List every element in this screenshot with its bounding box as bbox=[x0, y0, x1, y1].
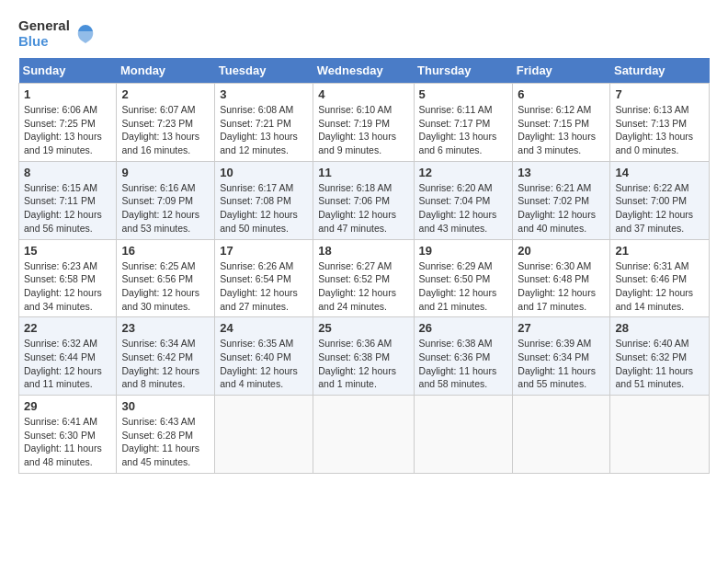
day-info: Sunrise: 6:06 AM Sunset: 7:25 PM Dayligh… bbox=[24, 103, 111, 157]
logo: General Blue bbox=[18, 18, 98, 49]
calendar-cell: 7 Sunrise: 6:13 AM Sunset: 7:13 PM Dayli… bbox=[610, 84, 710, 162]
col-header-friday: Friday bbox=[513, 58, 610, 84]
calendar-cell bbox=[215, 396, 313, 474]
calendar-week-1: 1 Sunrise: 6:06 AM Sunset: 7:25 PM Dayli… bbox=[19, 84, 710, 162]
day-number: 2 bbox=[121, 87, 210, 101]
col-header-saturday: Saturday bbox=[610, 58, 710, 84]
day-info: Sunrise: 6:38 AM Sunset: 6:36 PM Dayligh… bbox=[419, 337, 508, 391]
calendar-cell: 14 Sunrise: 6:22 AM Sunset: 7:00 PM Dayl… bbox=[610, 161, 710, 239]
calendar-cell: 18 Sunrise: 6:27 AM Sunset: 6:52 PM Dayl… bbox=[313, 239, 414, 317]
day-info: Sunrise: 6:39 AM Sunset: 6:34 PM Dayligh… bbox=[518, 337, 605, 391]
calendar-week-3: 15 Sunrise: 6:23 AM Sunset: 6:58 PM Dayl… bbox=[19, 239, 710, 317]
calendar-cell: 27 Sunrise: 6:39 AM Sunset: 6:34 PM Dayl… bbox=[513, 317, 610, 396]
day-number: 3 bbox=[220, 87, 308, 101]
day-number: 11 bbox=[318, 166, 408, 179]
calendar-cell: 6 Sunrise: 6:12 AM Sunset: 7:15 PM Dayli… bbox=[513, 84, 610, 162]
day-number: 20 bbox=[518, 244, 605, 258]
logo-general-text: General bbox=[18, 18, 70, 34]
day-info: Sunrise: 6:20 AM Sunset: 7:04 PM Dayligh… bbox=[419, 181, 508, 236]
calendar-cell: 21 Sunrise: 6:31 AM Sunset: 6:46 PM Dayl… bbox=[610, 239, 710, 317]
day-number: 27 bbox=[518, 321, 605, 335]
day-number: 22 bbox=[24, 321, 111, 335]
day-number: 14 bbox=[615, 166, 704, 179]
calendar-week-2: 8 Sunrise: 6:15 AM Sunset: 7:11 PM Dayli… bbox=[19, 161, 710, 239]
col-header-monday: Monday bbox=[117, 58, 215, 84]
day-info: Sunrise: 6:23 AM Sunset: 6:58 PM Dayligh… bbox=[24, 259, 111, 314]
calendar-cell: 3 Sunrise: 6:08 AM Sunset: 7:21 PM Dayli… bbox=[215, 84, 313, 162]
calendar-table: SundayMondayTuesdayWednesdayThursdayFrid… bbox=[18, 58, 710, 474]
day-number: 30 bbox=[121, 399, 210, 413]
calendar-cell: 5 Sunrise: 6:11 AM Sunset: 7:17 PM Dayli… bbox=[414, 84, 513, 162]
day-info: Sunrise: 6:40 AM Sunset: 6:32 PM Dayligh… bbox=[615, 337, 704, 391]
day-info: Sunrise: 6:17 AM Sunset: 7:08 PM Dayligh… bbox=[220, 181, 308, 236]
day-number: 29 bbox=[24, 399, 111, 413]
col-header-thursday: Thursday bbox=[414, 58, 513, 84]
day-info: Sunrise: 6:26 AM Sunset: 6:54 PM Dayligh… bbox=[220, 259, 308, 314]
calendar-header-row: SundayMondayTuesdayWednesdayThursdayFrid… bbox=[19, 58, 710, 84]
day-info: Sunrise: 6:30 AM Sunset: 6:48 PM Dayligh… bbox=[518, 259, 605, 314]
page-header: General Blue bbox=[18, 18, 710, 49]
day-info: Sunrise: 6:08 AM Sunset: 7:21 PM Dayligh… bbox=[220, 103, 308, 157]
day-number: 16 bbox=[121, 244, 210, 258]
calendar-cell: 15 Sunrise: 6:23 AM Sunset: 6:58 PM Dayl… bbox=[19, 239, 117, 317]
day-number: 13 bbox=[518, 166, 605, 179]
calendar-week-4: 22 Sunrise: 6:32 AM Sunset: 6:44 PM Dayl… bbox=[19, 317, 710, 396]
calendar-cell: 4 Sunrise: 6:10 AM Sunset: 7:19 PM Dayli… bbox=[313, 84, 414, 162]
logo-blue-text: Blue bbox=[18, 34, 49, 50]
day-number: 4 bbox=[318, 87, 408, 101]
day-info: Sunrise: 6:27 AM Sunset: 6:52 PM Dayligh… bbox=[318, 259, 408, 314]
day-info: Sunrise: 6:15 AM Sunset: 7:11 PM Dayligh… bbox=[24, 181, 111, 236]
day-info: Sunrise: 6:43 AM Sunset: 6:28 PM Dayligh… bbox=[121, 415, 210, 469]
day-number: 15 bbox=[24, 244, 111, 258]
day-info: Sunrise: 6:16 AM Sunset: 7:09 PM Dayligh… bbox=[121, 181, 210, 236]
calendar-cell: 23 Sunrise: 6:34 AM Sunset: 6:42 PM Dayl… bbox=[117, 317, 215, 396]
calendar-cell: 26 Sunrise: 6:38 AM Sunset: 6:36 PM Dayl… bbox=[414, 317, 513, 396]
day-number: 25 bbox=[318, 321, 408, 335]
day-info: Sunrise: 6:22 AM Sunset: 7:00 PM Dayligh… bbox=[615, 181, 704, 236]
calendar-cell bbox=[610, 396, 710, 474]
day-number: 8 bbox=[24, 166, 111, 179]
calendar-cell: 29 Sunrise: 6:41 AM Sunset: 6:30 PM Dayl… bbox=[19, 396, 117, 474]
day-number: 21 bbox=[615, 244, 704, 258]
logo-container: General Blue bbox=[18, 18, 98, 49]
day-info: Sunrise: 6:10 AM Sunset: 7:19 PM Dayligh… bbox=[318, 103, 408, 157]
day-info: Sunrise: 6:29 AM Sunset: 6:50 PM Dayligh… bbox=[419, 259, 508, 314]
calendar-cell: 25 Sunrise: 6:36 AM Sunset: 6:38 PM Dayl… bbox=[313, 317, 414, 396]
day-info: Sunrise: 6:31 AM Sunset: 6:46 PM Dayligh… bbox=[615, 259, 704, 314]
day-info: Sunrise: 6:07 AM Sunset: 7:23 PM Dayligh… bbox=[121, 103, 210, 157]
day-info: Sunrise: 6:18 AM Sunset: 7:06 PM Dayligh… bbox=[318, 181, 408, 236]
day-number: 5 bbox=[419, 87, 508, 101]
day-number: 24 bbox=[220, 321, 308, 335]
day-number: 26 bbox=[419, 321, 508, 335]
day-number: 12 bbox=[419, 166, 508, 179]
day-number: 10 bbox=[220, 166, 308, 179]
calendar-cell: 12 Sunrise: 6:20 AM Sunset: 7:04 PM Dayl… bbox=[414, 161, 513, 239]
calendar-cell: 19 Sunrise: 6:29 AM Sunset: 6:50 PM Dayl… bbox=[414, 239, 513, 317]
calendar-cell bbox=[414, 396, 513, 474]
day-info: Sunrise: 6:21 AM Sunset: 7:02 PM Dayligh… bbox=[518, 181, 605, 236]
calendar-cell bbox=[513, 396, 610, 474]
day-info: Sunrise: 6:32 AM Sunset: 6:44 PM Dayligh… bbox=[24, 337, 111, 391]
calendar-cell: 30 Sunrise: 6:43 AM Sunset: 6:28 PM Dayl… bbox=[117, 396, 215, 474]
calendar-cell: 13 Sunrise: 6:21 AM Sunset: 7:02 PM Dayl… bbox=[513, 161, 610, 239]
col-header-wednesday: Wednesday bbox=[313, 58, 414, 84]
day-number: 7 bbox=[615, 87, 704, 101]
day-info: Sunrise: 6:25 AM Sunset: 6:56 PM Dayligh… bbox=[121, 259, 210, 314]
day-number: 23 bbox=[121, 321, 210, 335]
calendar-cell: 1 Sunrise: 6:06 AM Sunset: 7:25 PM Dayli… bbox=[19, 84, 117, 162]
day-info: Sunrise: 6:35 AM Sunset: 6:40 PM Dayligh… bbox=[220, 337, 308, 391]
col-header-sunday: Sunday bbox=[19, 58, 117, 84]
day-info: Sunrise: 6:12 AM Sunset: 7:15 PM Dayligh… bbox=[518, 103, 605, 157]
calendar-week-5: 29 Sunrise: 6:41 AM Sunset: 6:30 PM Dayl… bbox=[19, 396, 710, 474]
calendar-cell: 10 Sunrise: 6:17 AM Sunset: 7:08 PM Dayl… bbox=[215, 161, 313, 239]
day-number: 28 bbox=[615, 321, 704, 335]
calendar-cell: 11 Sunrise: 6:18 AM Sunset: 7:06 PM Dayl… bbox=[313, 161, 414, 239]
day-info: Sunrise: 6:11 AM Sunset: 7:17 PM Dayligh… bbox=[419, 103, 508, 157]
calendar-cell: 17 Sunrise: 6:26 AM Sunset: 6:54 PM Dayl… bbox=[215, 239, 313, 317]
day-info: Sunrise: 6:34 AM Sunset: 6:42 PM Dayligh… bbox=[121, 337, 210, 391]
calendar-cell: 8 Sunrise: 6:15 AM Sunset: 7:11 PM Dayli… bbox=[19, 161, 117, 239]
day-info: Sunrise: 6:13 AM Sunset: 7:13 PM Dayligh… bbox=[615, 103, 704, 157]
calendar-cell: 24 Sunrise: 6:35 AM Sunset: 6:40 PM Dayl… bbox=[215, 317, 313, 396]
day-number: 6 bbox=[518, 87, 605, 101]
calendar-cell: 16 Sunrise: 6:25 AM Sunset: 6:56 PM Dayl… bbox=[117, 239, 215, 317]
